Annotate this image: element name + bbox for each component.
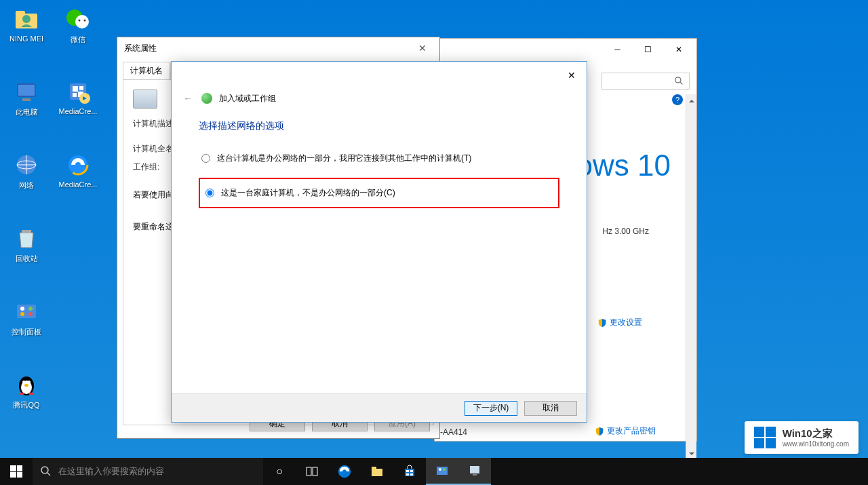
svg-point-18 — [20, 307, 24, 311]
svg-point-29 — [41, 467, 48, 473]
svg-point-26 — [24, 384, 28, 387]
product-id-tail: -AA414 — [440, 427, 467, 437]
wizard-icon — [201, 93, 212, 104]
help-icon[interactable]: ? — [672, 94, 683, 105]
svg-rect-38 — [410, 470, 413, 472]
search-icon — [41, 466, 52, 477]
svg-rect-34 — [372, 469, 382, 476]
desktop-icon-label: MediaCre... — [59, 107, 98, 115]
svg-rect-16 — [22, 230, 31, 233]
desktop-icon-control-panel[interactable]: 控制面板 — [3, 298, 50, 337]
desktop-icon-label: 控制面板 — [12, 327, 41, 337]
radio-office-label: 这台计算机是办公网络的一部分，我用它连接到其他工作中的计算机(T) — [217, 153, 471, 164]
svg-rect-39 — [406, 473, 409, 476]
svg-point-25 — [28, 381, 31, 383]
control-panel-icon — [13, 298, 40, 325]
svg-point-4 — [75, 15, 89, 28]
search-placeholder: 在这里输入你要搜索的内容 — [58, 465, 164, 478]
radio-option-home[interactable]: 这是一台家庭计算机，不是办公网络的一部分(C) — [199, 178, 559, 208]
change-settings-label: 更改设置 — [610, 317, 642, 328]
change-key-label: 更改产品密钥 — [607, 425, 656, 437]
desktop-icon-user[interactable]: NING MEI — [3, 5, 50, 43]
desktop-icon-label: 腾讯QQ — [13, 400, 39, 410]
desktop-icon-label: 微信 — [71, 35, 85, 45]
cpu-spec-text: Hz 3.00 GHz — [602, 227, 649, 236]
svg-rect-31 — [307, 467, 311, 476]
desktop-icon-label: 此电脑 — [16, 107, 38, 117]
computer-icon — [133, 90, 157, 109]
scrollbar[interactable] — [686, 94, 696, 461]
next-button[interactable]: 下一步(N) — [465, 401, 517, 416]
close-button[interactable]: ✕ — [557, 64, 587, 86]
maximize-button[interactable]: ☐ — [633, 40, 663, 59]
file-explorer-button[interactable] — [361, 458, 393, 485]
svg-rect-45 — [473, 474, 477, 476]
desktop-icon-qq[interactable]: 腾讯QQ — [3, 371, 50, 410]
close-button[interactable]: ✕ — [663, 40, 694, 59]
shield-icon — [597, 318, 607, 328]
search-icon — [675, 77, 684, 85]
back-button[interactable]: ← — [181, 92, 195, 105]
watermark-title: Win10之家 — [783, 427, 849, 440]
windows-10-logo-text: ows 10 — [576, 149, 671, 182]
desktop-icon-mediacre2[interactable]: MediaCre... — [54, 151, 102, 189]
store-button[interactable] — [393, 458, 426, 485]
wizard-heading: 选择描述网络的选项 — [199, 120, 559, 132]
svg-point-43 — [443, 468, 446, 471]
desktop-icon-label: NING MEI — [9, 35, 43, 43]
desktop-icon-label: 网络 — [19, 180, 34, 191]
search-box[interactable] — [601, 73, 690, 90]
watermark-url: www.win10xitong.com — [783, 440, 849, 448]
edge-button[interactable] — [328, 458, 361, 485]
svg-point-24 — [22, 381, 25, 383]
taskbar-search[interactable]: 在这里输入你要搜索的内容 — [33, 458, 263, 485]
join-domain-wizard: ✕ ← 加入域或工作组 选择描述网络的选项 这台计算机是办公网络的一部分，我用它… — [171, 61, 587, 423]
svg-rect-44 — [470, 466, 479, 473]
system-properties-task-button[interactable] — [458, 458, 491, 485]
svg-point-19 — [28, 307, 33, 311]
svg-point-2 — [22, 15, 31, 23]
start-button[interactable] — [0, 458, 33, 485]
task-view-button[interactable] — [296, 458, 328, 485]
radio-office-input[interactable] — [201, 154, 210, 163]
wechat-icon — [64, 5, 92, 33]
svg-rect-41 — [437, 467, 448, 475]
props-titlebar: 系统属性 ✕ — [117, 37, 439, 59]
tab-computer-name[interactable]: 计算机名 — [123, 62, 170, 80]
svg-rect-40 — [410, 473, 413, 476]
svg-point-5 — [79, 20, 81, 22]
wizard-titlebar: ✕ — [172, 62, 587, 89]
desktop-icon-mediacre1[interactable]: MediaCre... — [54, 78, 102, 115]
control-panel-task-button[interactable] — [426, 458, 458, 485]
change-settings-link[interactable]: 更改设置 — [597, 317, 642, 328]
windows-logo-icon — [10, 465, 22, 478]
svg-rect-1 — [16, 11, 25, 16]
svg-rect-37 — [406, 470, 409, 472]
shield-icon — [595, 427, 604, 436]
watermark: Win10之家 www.win10xitong.com — [745, 421, 859, 454]
computer-icon — [13, 78, 40, 105]
close-button[interactable]: ✕ — [412, 41, 433, 55]
radio-option-office[interactable]: 这台计算机是办公网络的一部分，我用它连接到其他工作中的计算机(T) — [199, 149, 559, 168]
svg-point-42 — [439, 468, 441, 471]
desktop-icon-wechat[interactable]: 微信 — [54, 5, 102, 45]
recycle-bin-icon — [13, 225, 40, 252]
media-creation-icon — [64, 78, 92, 105]
radio-home-input[interactable] — [205, 189, 214, 197]
cancel-button[interactable]: 取消 — [524, 401, 577, 416]
svg-rect-32 — [313, 467, 317, 476]
desktop-icon-recycle[interactable]: 回收站 — [3, 225, 50, 264]
desktop-icon-label: 回收站 — [16, 254, 38, 264]
network-icon — [13, 151, 40, 178]
change-product-key-link[interactable]: 更改产品密钥 — [595, 425, 656, 437]
wizard-body: 选择描述网络的选项 这台计算机是办公网络的一部分，我用它连接到其他工作中的计算机… — [172, 113, 587, 231]
desktop-icon-network[interactable]: 网络 — [3, 151, 50, 191]
desktop-icon-this-pc[interactable]: 此电脑 — [3, 78, 50, 117]
desktop-icon-label: MediaCre... — [59, 180, 98, 189]
svg-line-30 — [47, 473, 50, 476]
minimize-button[interactable]: ─ — [602, 40, 633, 59]
cortana-button[interactable]: ○ — [263, 458, 296, 485]
svg-rect-8 — [18, 85, 35, 96]
svg-point-27 — [675, 77, 681, 83]
wizard-footer: 下一步(N) 取消 — [172, 393, 587, 422]
